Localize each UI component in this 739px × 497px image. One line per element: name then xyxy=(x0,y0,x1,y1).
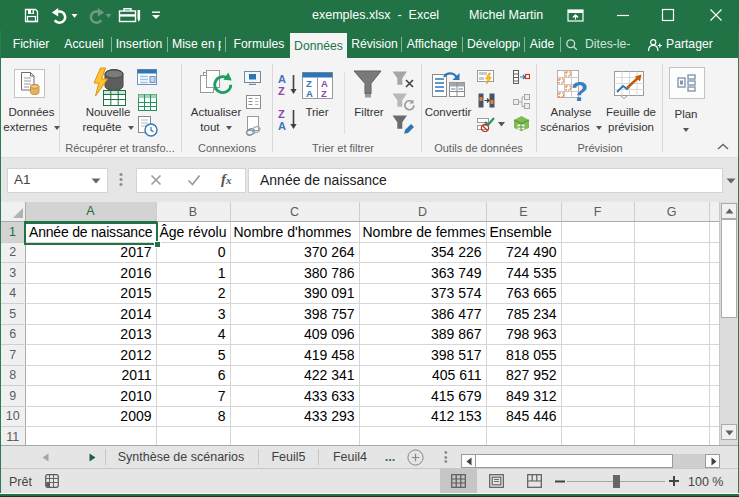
svg-text:?: ? xyxy=(571,76,588,104)
svg-text:Z: Z xyxy=(278,85,285,96)
svg-text:A: A xyxy=(306,88,313,99)
svg-text:A: A xyxy=(278,73,286,85)
svg-text:Z: Z xyxy=(321,88,327,99)
svg-text:Z: Z xyxy=(278,108,285,120)
svg-text:A: A xyxy=(278,120,286,131)
